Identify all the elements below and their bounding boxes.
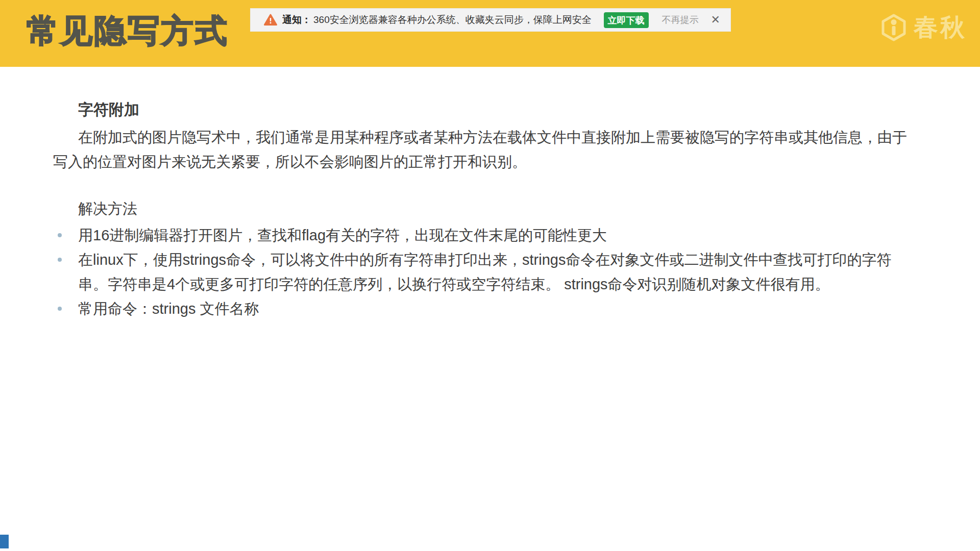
notice-label: 通知： — [282, 13, 311, 27]
close-icon[interactable]: ✕ — [711, 14, 720, 26]
page-title: 常见隐写方式 — [27, 9, 229, 53]
download-now-button[interactable]: 立即下载 — [604, 12, 649, 28]
dismiss-link[interactable]: 不再提示 — [662, 14, 699, 26]
header-band: 常见隐写方式 通知： 360安全浏览器兼容各种办公系统、收藏夹云同步，保障上网安… — [0, 0, 980, 67]
warning-triangle-icon — [264, 14, 277, 26]
intro-paragraph: 在附加式的图片隐写术中，我们通常是用某种程序或者某种方法在载体文件中直接附加上需… — [53, 125, 919, 174]
section-heading-append: 字符附加 — [78, 99, 919, 120]
list-item: 常用命令：strings 文件名称 — [53, 296, 919, 321]
hexagon-i-icon — [879, 13, 909, 42]
list-item: 用16进制编辑器打开图片，查找和flag有关的字符，出现在文件末尾的可能性更大 — [53, 223, 919, 247]
content-area: 字符附加 在附加式的图片隐写术中，我们通常是用某种程序或者某种方法在载体文件中直… — [0, 67, 980, 321]
section-heading-solution: 解决方法 — [78, 196, 919, 221]
solution-list: 用16进制编辑器打开图片，查找和flag有关的字符，出现在文件末尾的可能性更大 … — [53, 223, 919, 321]
notice-message: 360安全浏览器兼容各种办公系统、收藏夹云同步，保障上网安全 — [313, 13, 592, 27]
list-item: 在linux下，使用strings命令，可以将文件中的所有字符串打印出来，str… — [53, 247, 919, 296]
brand-logo: 春秋 — [879, 13, 967, 42]
notification-bar: 通知： 360安全浏览器兼容各种办公系统、收藏夹云同步，保障上网安全 立即下载 … — [250, 8, 731, 32]
brand-name: 春秋 — [914, 15, 967, 40]
corner-accent — [0, 535, 9, 548]
